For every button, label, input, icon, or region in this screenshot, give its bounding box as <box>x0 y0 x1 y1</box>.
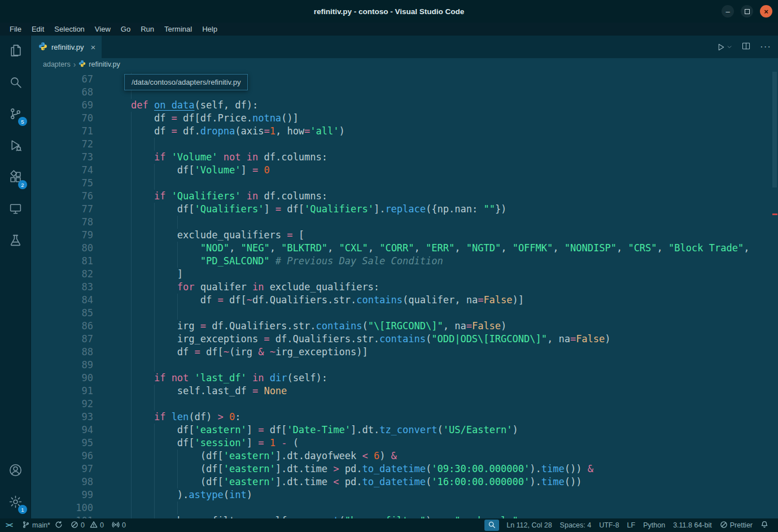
line-number[interactable]: 94 <box>31 424 93 437</box>
activity-account[interactable] <box>0 455 30 487</box>
tab-refinitiv-py[interactable]: refinitiv.py × <box>31 36 102 58</box>
code-line[interactable]: 79 exclude_qualifiers = [ <box>31 229 778 242</box>
code-line[interactable]: 99 ).astype(int) <box>31 489 778 502</box>
activity-search[interactable] <box>0 67 30 99</box>
code-line[interactable]: 86 irg = df.Qualifiers.str.contains("\[I… <box>31 320 778 333</box>
cursor-position-status[interactable]: Ln 112, Col 28 <box>502 521 556 529</box>
indentation-status[interactable]: Spaces: 4 <box>556 521 596 529</box>
line-number[interactable]: 70 <box>31 112 93 125</box>
code-line[interactable]: 90 if not 'last_df' in dir(self): <box>31 372 778 385</box>
activity-remote-explorer[interactable] <box>0 194 30 225</box>
line-number[interactable]: 100 <box>31 502 93 514</box>
code-line[interactable]: 69 def on_data(self, df): <box>31 99 778 112</box>
code-line[interactable]: 93 if len(df) > 0: <box>31 411 778 424</box>
activity-settings[interactable]: 1 <box>0 487 30 518</box>
encoding-status[interactable]: UTF-8 <box>595 521 623 529</box>
code-line[interactable]: 98 (df['eastern'].dt.time < pd.to_dateti… <box>31 476 778 489</box>
code-line[interactable]: 75 <box>31 177 778 190</box>
more-actions-button[interactable]: ··· <box>760 41 771 53</box>
branch-status[interactable]: main* <box>18 521 67 530</box>
menu-edit[interactable]: Edit <box>27 23 49 36</box>
code-line[interactable]: 100 <box>31 502 778 514</box>
tab-close-icon[interactable]: × <box>91 42 96 52</box>
activity-testing[interactable] <box>0 225 30 257</box>
line-number[interactable]: 71 <box>31 125 93 138</box>
code-line[interactable]: 73 if 'Volume' not in df.columns: <box>31 151 778 164</box>
line-number[interactable]: 95 <box>31 437 93 450</box>
line-number[interactable]: 84 <box>31 294 93 307</box>
line-number[interactable]: 73 <box>31 151 93 164</box>
code-line[interactable]: 76 if 'Qualifiers' in df.columns: <box>31 190 778 203</box>
line-number[interactable]: 88 <box>31 346 93 359</box>
line-number[interactable]: 81 <box>31 255 93 268</box>
line-number[interactable]: 68 <box>31 86 93 99</box>
split-editor-button[interactable] <box>741 41 751 53</box>
remote-indicator[interactable]: >< <box>0 521 18 529</box>
line-number[interactable]: 89 <box>31 359 93 372</box>
interpreter-status[interactable]: 3.11.8 64-bit <box>669 521 716 529</box>
line-number[interactable]: 72 <box>31 138 93 151</box>
code-line[interactable]: 89 <box>31 359 778 372</box>
code-editor[interactable]: 676869 def on_data(self, df):70 df = df[… <box>31 71 778 518</box>
code-line[interactable]: 101 hours_filter = self.vars.get("hours_… <box>31 514 778 518</box>
code-line[interactable]: 78 <box>31 216 778 229</box>
close-button[interactable]: × <box>760 5 772 18</box>
code-line[interactable]: 88 df = df[~(irg & ~irg_exceptions)] <box>31 346 778 359</box>
menu-view[interactable]: View <box>90 23 116 36</box>
line-number[interactable]: 97 <box>31 463 93 476</box>
minimize-button[interactable]: – <box>722 5 734 18</box>
activity-extensions[interactable]: 2 <box>0 162 30 194</box>
code-line[interactable]: 74 df['Volume'] = 0 <box>31 164 778 177</box>
line-number[interactable]: 76 <box>31 190 93 203</box>
line-number[interactable]: 85 <box>31 307 93 320</box>
problems-status[interactable]: 0 0 <box>67 521 108 530</box>
ports-status[interactable]: 0 <box>108 521 130 530</box>
line-number[interactable]: 96 <box>31 450 93 463</box>
line-number[interactable]: 77 <box>31 203 93 216</box>
line-number[interactable]: 69 <box>31 99 93 112</box>
line-number[interactable]: 86 <box>31 320 93 333</box>
code-line[interactable]: 87 irg_exceptions = df.Qualifiers.str.co… <box>31 333 778 346</box>
notifications-bell[interactable] <box>757 521 772 530</box>
run-python-file-button[interactable] <box>716 42 732 52</box>
line-number[interactable]: 79 <box>31 229 93 242</box>
line-number[interactable]: 80 <box>31 242 93 255</box>
code-line[interactable]: 82 ] <box>31 268 778 281</box>
line-number[interactable]: 87 <box>31 333 93 346</box>
line-number[interactable]: 83 <box>31 281 93 294</box>
menu-help[interactable]: Help <box>197 23 222 36</box>
code-line[interactable]: 81 "PD_SALCOND" # Previous Day Sale Cond… <box>31 255 778 268</box>
activity-source-control[interactable]: 5 <box>0 99 30 130</box>
code-line[interactable]: 77 df['Qualifiers'] = df['Qualifiers'].r… <box>31 203 778 216</box>
line-number[interactable]: 82 <box>31 268 93 281</box>
code-line[interactable]: 83 for qualifer in exclude_qualifiers: <box>31 281 778 294</box>
line-number[interactable]: 90 <box>31 372 93 385</box>
formatter-status[interactable]: Prettier <box>716 521 757 530</box>
zoom-indicator[interactable] <box>484 520 499 531</box>
line-number[interactable]: 92 <box>31 398 93 411</box>
code-line[interactable]: 96 (df['eastern'].dt.dayofweek < 6) & <box>31 450 778 463</box>
line-number[interactable]: 98 <box>31 476 93 489</box>
activity-run-debug[interactable] <box>0 130 30 162</box>
maximize-button[interactable] <box>741 5 753 18</box>
code-line[interactable]: 80 "NOD", "NEG", "BLKTRD", "CXL", "CORR"… <box>31 242 778 255</box>
code-line[interactable]: 94 df['eastern'] = df['Date-Time'].dt.tz… <box>31 424 778 437</box>
line-number[interactable]: 91 <box>31 385 93 398</box>
code-line[interactable]: 95 df['session'] = 1 - ( <box>31 437 778 450</box>
code-line[interactable]: 70 df = df[df.Price.notna()] <box>31 112 778 125</box>
eol-status[interactable]: LF <box>623 521 640 529</box>
code-line[interactable]: 72 <box>31 138 778 151</box>
breadcrumb-folder[interactable]: adapters <box>43 60 71 68</box>
language-status[interactable]: Python <box>639 521 669 529</box>
menu-selection[interactable]: Selection <box>49 23 89 36</box>
code-line[interactable]: 85 <box>31 307 778 320</box>
line-number[interactable]: 74 <box>31 164 93 177</box>
menu-go[interactable]: Go <box>116 23 136 36</box>
line-number[interactable]: 93 <box>31 411 93 424</box>
line-number[interactable]: 75 <box>31 177 93 190</box>
code-line[interactable]: 71 df = df.dropna(axis=1, how='all') <box>31 125 778 138</box>
scrollbar-thumb[interactable] <box>772 72 777 187</box>
code-line[interactable]: 84 df = df[~df.Qualifiers.str.contains(q… <box>31 294 778 307</box>
menu-terminal[interactable]: Terminal <box>159 23 197 36</box>
menu-file[interactable]: File <box>5 23 27 36</box>
